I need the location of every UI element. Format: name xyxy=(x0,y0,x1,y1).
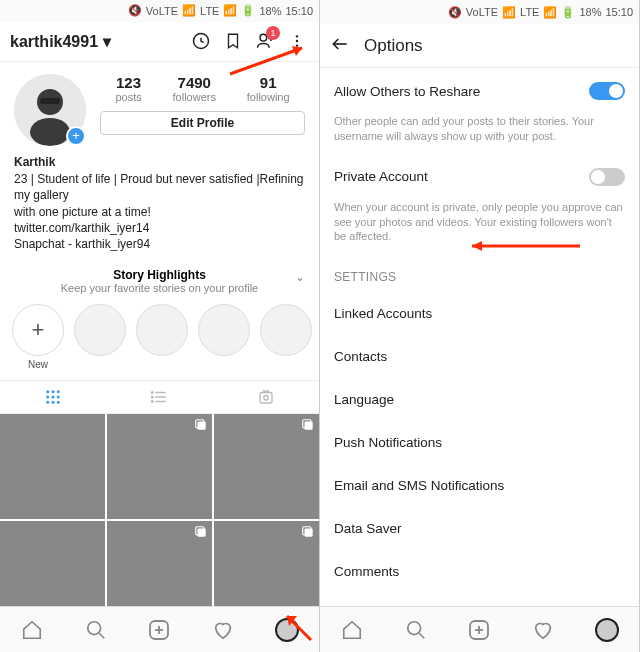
signal2-icon: 📶 xyxy=(223,4,237,17)
nav-add[interactable] xyxy=(448,607,512,652)
highlights-title: Story Highlights xyxy=(0,268,319,282)
edit-profile-button[interactable]: Edit Profile xyxy=(100,111,305,135)
username-dropdown[interactable]: karthik4991 ▾ xyxy=(10,32,181,51)
nav-activity[interactable] xyxy=(511,607,575,652)
status-bar: 🔇 VoLTE 📶 LTE 📶 🔋 18% 15:10 xyxy=(0,0,319,22)
option-data-saver[interactable]: Data Saver xyxy=(320,507,639,550)
option-label: Comments xyxy=(334,564,399,579)
svg-point-7 xyxy=(30,118,70,146)
tab-list[interactable] xyxy=(106,381,212,413)
mute-icon: 🔇 xyxy=(128,4,142,17)
mute-icon: 🔇 xyxy=(448,6,462,19)
svg-point-25 xyxy=(264,396,269,401)
carousel-icon xyxy=(194,418,208,432)
highlight-placeholder xyxy=(260,304,312,370)
nav-home[interactable] xyxy=(0,607,64,652)
bottom-nav xyxy=(0,606,319,652)
profile-top: + 123posts 7490followers 91following Edi… xyxy=(0,62,319,150)
grid-cell[interactable] xyxy=(0,414,105,519)
network-label: LTE xyxy=(200,5,219,17)
grid-cell[interactable] xyxy=(107,414,212,519)
option-label: Contacts xyxy=(334,349,387,364)
status-bar: 🔇 VoLTE 📶 LTE 📶 🔋 18% 15:10 xyxy=(320,0,639,24)
carousel-icon xyxy=(194,525,208,539)
profile-avatar-icon xyxy=(275,618,299,642)
profile-header: karthik4991 ▾ 1 xyxy=(0,22,319,62)
option-linked-accounts[interactable]: Linked Accounts xyxy=(320,292,639,335)
options-screen: 🔇 VoLTE 📶 LTE 📶 🔋 18% 15:10 Options Allo… xyxy=(320,0,640,652)
nav-add[interactable] xyxy=(128,607,192,652)
signal-icon: 📶 xyxy=(502,6,516,19)
svg-point-15 xyxy=(46,401,49,404)
stat-following[interactable]: 91following xyxy=(247,74,290,103)
bio-line: with one picture at a time! xyxy=(14,204,305,220)
option-push-notifications[interactable]: Push Notifications xyxy=(320,421,639,464)
svg-point-11 xyxy=(57,390,60,393)
highlight-placeholder xyxy=(74,304,126,370)
battery-icon: 🔋 xyxy=(241,4,255,17)
bio: Karthik 23 | Student of life | Proud but… xyxy=(0,150,319,262)
bottom-nav xyxy=(320,606,639,652)
option-language[interactable]: Language xyxy=(320,378,639,421)
display-name: Karthik xyxy=(14,154,305,170)
nav-activity[interactable] xyxy=(191,607,255,652)
back-icon[interactable] xyxy=(330,34,350,58)
nav-profile[interactable] xyxy=(575,607,639,652)
option-label: Data Saver xyxy=(334,521,402,536)
stat-posts[interactable]: 123posts xyxy=(115,74,141,103)
bio-link[interactable]: twitter.com/karthik_iyer14 xyxy=(14,220,305,236)
svg-point-4 xyxy=(296,45,298,47)
feed-tabs xyxy=(0,381,319,414)
carousel-icon xyxy=(301,418,315,432)
bio-line: 23 | Student of life | Proud but never s… xyxy=(14,171,305,203)
nav-search[interactable] xyxy=(384,607,448,652)
toggle-off[interactable] xyxy=(589,168,625,186)
stats: 123posts 7490followers 91following Edit … xyxy=(100,74,305,146)
highlights-header[interactable]: Story Highlights Keep your favorite stor… xyxy=(0,262,319,296)
bookmark-icon[interactable] xyxy=(221,29,245,53)
grid-cell[interactable] xyxy=(214,414,319,519)
clock: 15:10 xyxy=(605,6,633,18)
signal2-icon: 📶 xyxy=(543,6,557,19)
option-email-sms[interactable]: Email and SMS Notifications xyxy=(320,464,639,507)
option-contacts[interactable]: Contacts xyxy=(320,335,639,378)
section-settings: SETTINGS xyxy=(320,254,639,292)
option-label: Allow Others to Reshare xyxy=(334,84,480,99)
option-private-account[interactable]: Private Account xyxy=(320,154,639,200)
svg-rect-24 xyxy=(260,393,272,404)
option-allow-reshare[interactable]: Allow Others to Reshare xyxy=(320,68,639,114)
archive-icon[interactable] xyxy=(189,29,213,53)
svg-point-2 xyxy=(296,36,298,38)
clock: 15:10 xyxy=(285,5,313,17)
svg-point-46 xyxy=(407,621,420,634)
nav-search[interactable] xyxy=(64,607,128,652)
kebab-menu-icon[interactable] xyxy=(285,29,309,53)
svg-point-12 xyxy=(46,396,49,399)
nav-home[interactable] xyxy=(320,607,384,652)
svg-point-14 xyxy=(57,396,60,399)
stat-followers[interactable]: 7490followers xyxy=(173,74,216,103)
highlight-new[interactable]: +New xyxy=(12,304,64,370)
option-label: Private Account xyxy=(334,169,428,184)
profile-screen: 🔇 VoLTE 📶 LTE 📶 🔋 18% 15:10 karthik4991 … xyxy=(0,0,320,652)
option-label: Email and SMS Notifications xyxy=(334,478,504,493)
avatar[interactable]: + xyxy=(14,74,86,146)
toggle-on[interactable] xyxy=(589,82,625,100)
option-comments[interactable]: Comments xyxy=(320,550,639,593)
svg-point-9 xyxy=(46,390,49,393)
nav-profile[interactable] xyxy=(255,607,319,652)
highlight-placeholder xyxy=(136,304,188,370)
option-label: Linked Accounts xyxy=(334,306,432,321)
options-list[interactable]: Allow Others to Reshare Other people can… xyxy=(320,68,639,652)
svg-point-17 xyxy=(57,401,60,404)
option-description: Other people can add your posts to their… xyxy=(320,114,639,154)
volte-icon: VoLTE xyxy=(146,5,178,17)
add-story-badge[interactable]: + xyxy=(66,126,86,146)
svg-point-22 xyxy=(152,396,154,398)
svg-point-13 xyxy=(52,396,55,399)
bio-line: Snapchat - karthik_iyer94 xyxy=(14,236,305,252)
tab-grid[interactable] xyxy=(0,381,106,413)
battery-pct: 18% xyxy=(579,6,601,18)
tab-tagged[interactable] xyxy=(213,381,319,413)
discover-people-icon[interactable]: 1 xyxy=(253,29,277,53)
